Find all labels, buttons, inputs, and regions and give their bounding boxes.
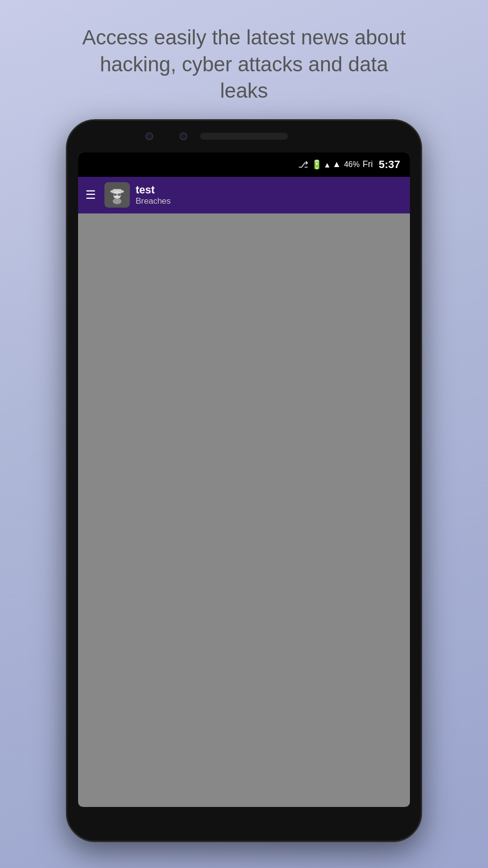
status-day: Fri [363,159,373,169]
tagline-text: Access easily the latest news about hack… [73,24,415,105]
camera-dot-left [145,132,153,140]
app-title-block: test Breaches [136,184,171,206]
status-icons: ⎇ 🔋 ▴ ▲ 46% Fri 5:37 [298,158,400,171]
battery-percent: 46% [344,160,360,169]
app-header: ☰ test [78,177,410,213]
vibrate-icon: 🔋 [311,159,322,170]
hamburger-icon[interactable]: ☰ [85,188,96,202]
app-subtitle: Breaches [136,196,171,206]
phone-shell: ⎇ 🔋 ▴ ▲ 46% Fri 5:37 ☰ [66,119,422,842]
phone-top-bar [67,121,421,152]
app-logo [104,182,130,208]
signal-icon: ▲ [332,159,341,169]
camera-dot-right [180,132,187,140]
status-bar: ⎇ 🔋 ▴ ▲ 46% Fri 5:37 [78,152,410,177]
bluetooth-icon: ⎇ [298,159,308,170]
app-username: test [136,184,171,196]
svg-rect-4 [113,193,117,196]
phone-screen: ⎇ 🔋 ▴ ▲ 46% Fri 5:37 ☰ [78,152,410,807]
status-time: 5:37 [379,158,400,171]
svg-rect-5 [118,193,121,196]
wifi-icon: ▴ [325,159,329,170]
svg-point-7 [113,198,122,204]
svg-rect-6 [117,194,118,195]
speaker-slot [200,133,288,140]
